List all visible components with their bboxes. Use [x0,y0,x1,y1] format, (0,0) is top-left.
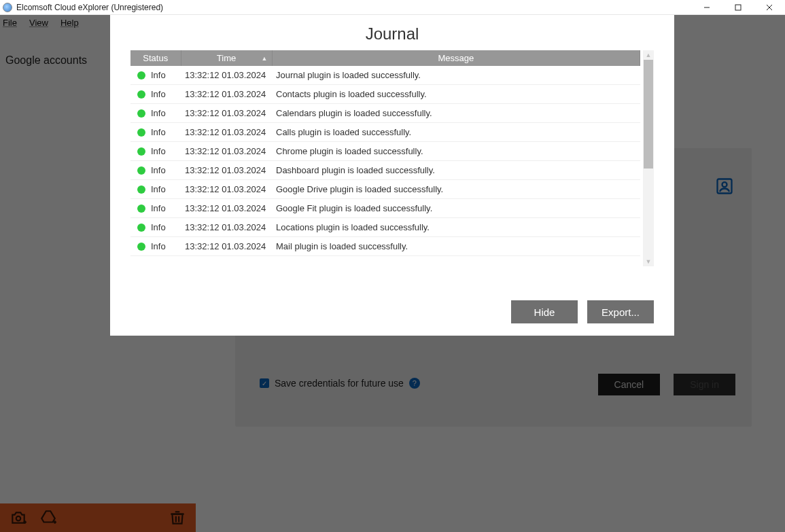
status-label: Info [151,241,166,251]
status-label: Info [151,184,166,194]
column-header-message[interactable]: Message [272,50,640,66]
svg-rect-1 [735,5,741,10]
journal-title: Journal [110,15,674,50]
table-row[interactable]: Info13:32:12 01.03.2024Google Fit plugin… [130,199,640,218]
status-dot-icon [137,109,145,118]
cell-time: 13:32:12 01.03.2024 [181,85,272,104]
status-label: Info [151,203,166,213]
table-row[interactable]: Info13:32:12 01.03.2024Journal plugin is… [130,66,640,85]
cell-time: 13:32:12 01.03.2024 [181,218,272,237]
cell-message: Google Fit plugin is loaded successfully… [272,199,640,218]
table-row[interactable]: Info13:32:12 01.03.2024Mail plugin is lo… [130,237,640,256]
window-title: Elcomsoft Cloud eXplorer (Unregistered) [16,3,163,12]
status-label: Info [151,146,166,156]
status-dot-icon [137,71,145,79]
journal-table: Status Time ▲ Message Info13:32:12 01.03… [130,50,640,256]
cell-time: 13:32:12 01.03.2024 [181,237,272,256]
window-controls [691,0,785,15]
cell-time: 13:32:12 01.03.2024 [181,180,272,199]
cell-time: 13:32:12 01.03.2024 [181,199,272,218]
scroll-down-icon[interactable]: ▼ [644,257,653,266]
scrollbar-thumb[interactable] [644,60,653,169]
table-row[interactable]: Info13:32:12 01.03.2024Contacts plugin i… [130,85,640,104]
status-label: Info [151,222,166,232]
status-dot-icon [137,243,145,251]
titlebar: Elcomsoft Cloud eXplorer (Unregistered) [0,0,785,15]
app-icon [3,3,12,12]
column-header-time[interactable]: Time ▲ [181,50,272,66]
table-row[interactable]: Info13:32:12 01.03.2024Chrome plugin is … [130,142,640,161]
journal-scrollbar[interactable]: ▲ ▼ [643,50,654,266]
column-header-time-label: Time [217,53,236,63]
cell-message: Chrome plugin is loaded successfully. [272,142,640,161]
status-label: Info [151,165,166,175]
export-button[interactable]: Export... [587,300,654,323]
maximize-button[interactable] [722,0,754,15]
cell-time: 13:32:12 01.03.2024 [181,161,272,180]
cell-time: 13:32:12 01.03.2024 [181,66,272,85]
status-label: Info [151,70,166,80]
cell-message: Locations plugin is loaded successfully. [272,218,640,237]
cell-message: Dashboard plugin is loaded successfully. [272,161,640,180]
table-row[interactable]: Info13:32:12 01.03.2024Locations plugin … [130,218,640,237]
status-dot-icon [137,166,145,175]
scroll-up-icon[interactable]: ▲ [644,50,653,60]
cell-message: Calendars plugin is loaded successfully. [272,104,640,123]
journal-dialog: Journal Status Time ▲ Message Info13:32:… [110,15,674,336]
status-dot-icon [137,128,145,137]
status-label: Info [151,127,166,137]
hide-button[interactable]: Hide [511,300,578,323]
table-row[interactable]: Info13:32:12 01.03.2024Google Drive plug… [130,180,640,199]
cell-message: Mail plugin is loaded successfully. [272,237,640,256]
cell-message: Calls plugin is loaded successfully. [272,123,640,142]
cell-time: 13:32:12 01.03.2024 [181,104,272,123]
cell-time: 13:32:12 01.03.2024 [181,142,272,161]
status-dot-icon [137,90,145,99]
status-dot-icon [137,185,145,194]
status-label: Info [151,89,166,99]
table-row[interactable]: Info13:32:12 01.03.2024Dashboard plugin … [130,161,640,180]
cell-message: Google Drive plugin is loaded successful… [272,180,640,199]
close-button[interactable] [754,0,785,15]
status-dot-icon [137,224,145,232]
cell-message: Contacts plugin is loaded successfully. [272,85,640,104]
table-row[interactable]: Info13:32:12 01.03.2024Calendars plugin … [130,104,640,123]
status-dot-icon [137,205,145,213]
status-dot-icon [137,147,145,156]
cell-time: 13:32:12 01.03.2024 [181,123,272,142]
column-header-status[interactable]: Status [130,50,181,66]
table-row[interactable]: Info13:32:12 01.03.2024Calls plugin is l… [130,123,640,142]
cell-message: Journal plugin is loaded successfully. [272,66,640,85]
status-label: Info [151,108,166,118]
sort-asc-icon: ▲ [262,55,268,62]
minimize-button[interactable] [691,0,722,15]
